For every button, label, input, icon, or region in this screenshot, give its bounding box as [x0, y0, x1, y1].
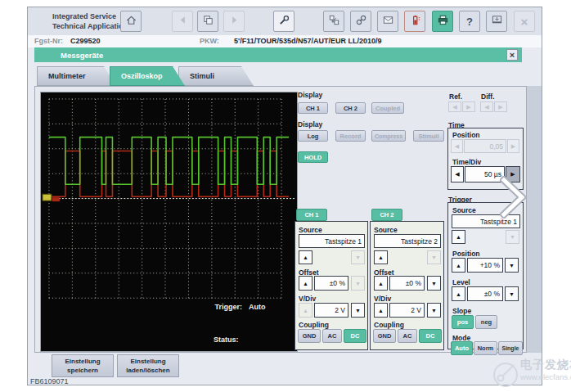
next-page-chevron[interactable] — [500, 176, 528, 219]
ch2-source-field[interactable]: Tastspitze 2 — [374, 234, 441, 248]
down-arrow-icon: ▼ — [431, 281, 437, 286]
ch1-coupling-dc-button[interactable]: DC — [344, 329, 366, 343]
display-log-button[interactable]: Log — [298, 130, 328, 142]
link-icon — [355, 14, 367, 29]
ch1-coupling-ac-button[interactable]: AC — [322, 329, 342, 343]
wrench-icon — [278, 14, 290, 29]
ch2-vdiv-up-button[interactable]: ▲ — [374, 303, 388, 318]
trigger-position-up-button[interactable]: ▲ — [452, 258, 465, 273]
wrench-button[interactable] — [273, 11, 294, 32]
ch2-panel: Source Tastspitze 2 ▲ ▼ Offset ▲ ±0 % ▼ … — [370, 221, 444, 350]
ch2-offset-down-button[interactable]: ▼ — [427, 276, 441, 291]
back-button[interactable] — [172, 11, 193, 32]
display-coupled-button[interactable]: Coupled — [371, 102, 404, 114]
link-button[interactable] — [350, 11, 371, 32]
display-ch2-button[interactable]: CH 2 — [335, 102, 366, 114]
scope-trigger-value: Auto — [249, 303, 266, 311]
save-settings-button[interactable]: Einstellung speichern — [52, 354, 114, 377]
ch1-header-button[interactable]: CH 1 — [296, 209, 327, 221]
ch2-source-down-button[interactable]: ▼ — [427, 250, 441, 264]
slope-pos-button[interactable]: pos — [452, 315, 474, 329]
ch2-offset-up-button[interactable]: ▲ — [374, 276, 388, 291]
down-arrow-icon: ▼ — [355, 255, 361, 260]
display-compress-button[interactable]: Compress — [371, 130, 406, 142]
ref-prev-button[interactable]: ◀ — [448, 101, 461, 112]
ch1-vdiv-up-button[interactable]: ▲ — [299, 303, 312, 318]
home-button[interactable] — [120, 11, 142, 32]
left-arrow-icon: ◀ — [484, 104, 488, 110]
diff-next-button[interactable]: ▶ — [494, 101, 507, 112]
left-arrow-icon: ◀ — [455, 143, 459, 150]
print-button[interactable] — [432, 11, 453, 32]
trigger-position-down-button[interactable]: ▼ — [505, 258, 519, 273]
time-position-left-button[interactable]: ◀ — [451, 139, 463, 153]
display-stimuli-button[interactable]: Stimuli — [413, 130, 444, 142]
pages-button[interactable] — [197, 11, 218, 32]
ch1-source-field[interactable]: Tastspitze 1 — [299, 234, 365, 248]
timediv-label: Time/Div — [452, 158, 481, 166]
mode-norm-button[interactable]: Norm — [474, 341, 497, 355]
diff-prev-button[interactable]: ◀ — [480, 101, 493, 112]
up-arrow-icon: ▲ — [303, 308, 308, 313]
ch1-vdiv-down-button[interactable]: ▼ — [351, 303, 365, 318]
toolbar: Integrated Service Technical Application… — [28, 7, 542, 36]
ch2-vdiv-down-button[interactable]: ▼ — [427, 303, 441, 318]
trigger-level-down-button[interactable]: ▼ — [505, 286, 519, 301]
tab-stimuli[interactable]: Stimuli — [178, 66, 254, 86]
hold-button[interactable]: HOLD — [298, 151, 328, 163]
mail-button[interactable] — [377, 11, 398, 32]
timediv-left-button[interactable]: ◀ — [451, 166, 464, 182]
left-arrow-icon: ◀ — [452, 104, 456, 110]
tab-multimeter[interactable]: Multimeter — [37, 66, 116, 86]
ch2-coupling-gnd-button[interactable]: GND — [373, 329, 396, 343]
battery-button[interactable] — [404, 11, 425, 32]
ch1-trace — [49, 137, 289, 185]
transfer-button[interactable] — [323, 11, 344, 32]
ch1-offset-up-button[interactable]: ▲ — [299, 276, 312, 291]
timediv-field[interactable]: 50 µs — [465, 166, 505, 182]
save-settings-line1: Einstellung — [65, 357, 100, 366]
diff-label: Diff. — [481, 92, 495, 101]
slope-neg-button[interactable]: neg — [475, 315, 497, 329]
ch1-coupling-gnd-button[interactable]: GND — [298, 329, 321, 343]
ch2-coupling-ac-button[interactable]: AC — [398, 329, 417, 343]
display-record-button[interactable]: Record — [335, 130, 366, 142]
pages-icon — [202, 14, 214, 29]
dialog-close-button[interactable]: × — [506, 49, 518, 61]
time-position-field[interactable]: 0,05 — [464, 139, 506, 153]
ch1-source-up-button[interactable]: ▲ — [299, 250, 312, 264]
time-position-right-button[interactable]: ▶ — [507, 139, 519, 153]
tab-oszilloskop[interactable]: Oszilloskop — [110, 66, 185, 86]
trigger-position-field[interactable]: +10 % — [467, 258, 503, 273]
ch2-coupling-dc-button[interactable]: DC — [419, 329, 442, 343]
load-settings-line2: laden/löschen — [126, 366, 169, 375]
ch2-vdiv-field[interactable]: 2 V — [389, 303, 425, 318]
close-button[interactable]: × — [514, 11, 535, 32]
ch1-source-down-button[interactable]: ▼ — [351, 250, 365, 264]
down-arrow-icon: ▼ — [355, 308, 361, 313]
help-button[interactable]: ? — [459, 11, 480, 32]
time-position-label: Position — [452, 131, 480, 139]
ch2-header-button[interactable]: CH 2 — [371, 209, 402, 221]
down-arrow-icon: ▼ — [431, 308, 437, 313]
ref-next-button[interactable]: ▶ — [462, 101, 475, 112]
mode-single-button[interactable]: Single — [498, 341, 523, 355]
mode-auto-button[interactable]: Auto — [451, 341, 473, 355]
fgst-label: Fgst-Nr: — [34, 37, 63, 45]
ch1-offset-field[interactable]: ±0 % — [314, 276, 348, 291]
mail-icon — [382, 14, 394, 29]
ch2-source-up-button[interactable]: ▲ — [374, 250, 388, 264]
right-arrow-icon: ▶ — [511, 143, 515, 150]
ch1-vdiv-field[interactable]: 2 V — [314, 303, 348, 318]
dock-icon — [491, 14, 503, 29]
forward-button[interactable] — [223, 11, 245, 32]
dock-button[interactable] — [486, 11, 507, 32]
ch1-offset-down-button[interactable]: ▼ — [351, 276, 365, 291]
trigger-level-up-button[interactable]: ▲ — [452, 286, 465, 301]
trigger-level-field[interactable]: ±0 % — [467, 286, 503, 301]
display-ch1-button[interactable]: CH 1 — [298, 102, 328, 114]
ch2-offset-field[interactable]: ±0 % — [389, 276, 425, 291]
load-settings-button[interactable]: Einstellung laden/löschen — [117, 354, 179, 377]
trigger-source-down-button[interactable]: ▼ — [506, 230, 519, 244]
trigger-source-up-button[interactable]: ▲ — [452, 230, 465, 244]
